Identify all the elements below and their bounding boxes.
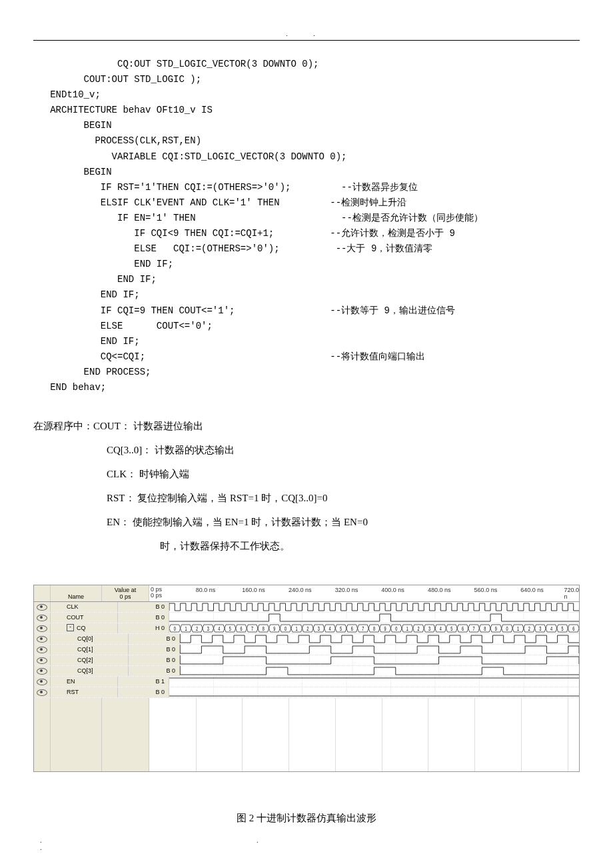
- waveform-row-CQ: -CQH 00123456789012345678901234567890123…: [34, 623, 579, 634]
- row-eye-icon[interactable]: [34, 687, 51, 697]
- ruler-tick: 560.0 ns: [474, 587, 498, 593]
- desc-en: EN： 使能控制输入端，当 EN=1 时，计数器计数；当 EN=0: [107, 510, 368, 534]
- svg-text:1: 1: [517, 625, 519, 633]
- ruler-tick: 240.0 ns: [289, 587, 312, 593]
- waveform-row-CQ[0]: CQ[0]B 0: [34, 634, 579, 645]
- svg-text:0: 0: [395, 625, 397, 633]
- signal-timeline: [169, 602, 579, 612]
- signal-name[interactable]: EN: [51, 677, 118, 687]
- ruler-tick: 640.0 ns: [520, 587, 544, 593]
- svg-text:0: 0: [174, 625, 176, 633]
- signal-name[interactable]: RST: [51, 687, 118, 697]
- row-eye-icon[interactable]: [34, 602, 51, 612]
- svg-text:2: 2: [417, 625, 419, 633]
- signal-value: B 0: [129, 655, 180, 665]
- signal-timeline: [180, 645, 579, 655]
- signal-timeline: [169, 613, 579, 623]
- svg-text:3: 3: [318, 625, 320, 633]
- signal-timeline: [169, 687, 579, 697]
- ruler-tick: 160.0 ns: [242, 587, 265, 593]
- svg-text:1: 1: [296, 625, 298, 633]
- signal-name[interactable]: CQ[1]: [51, 645, 129, 655]
- svg-text:6: 6: [572, 625, 574, 633]
- row-eye-icon[interactable]: [34, 655, 51, 665]
- svg-text:2: 2: [528, 625, 530, 633]
- svg-text:4: 4: [328, 625, 330, 633]
- svg-text:4: 4: [218, 625, 220, 633]
- waveform-rows: CLKB 0COUTB 0-CQH 0012345678901234567890…: [34, 602, 579, 698]
- waveform-header: Name Value at 0 ps 0 ps 0 ps 80.0 ns 160…: [34, 585, 579, 602]
- svg-text:0: 0: [506, 625, 508, 633]
- figure-caption: 图 2 十进制计数器仿真输出波形: [33, 812, 580, 825]
- desc-en2: 时，计数器保持不工作状态。: [160, 534, 290, 558]
- svg-text:8: 8: [484, 625, 486, 633]
- top-dots: . .: [286, 30, 327, 37]
- signal-name[interactable]: -CQ: [51, 623, 118, 633]
- svg-text:3: 3: [428, 625, 430, 633]
- signal-timeline: [169, 677, 579, 687]
- svg-text:0: 0: [285, 625, 287, 633]
- svg-text:1: 1: [406, 625, 408, 633]
- svg-text:5: 5: [450, 625, 452, 633]
- signal-name[interactable]: CQ[3]: [51, 666, 129, 676]
- header-value-col: Value at 0 ps: [102, 585, 149, 601]
- svg-text:1: 1: [185, 625, 187, 633]
- waveform-row-CQ[3]: CQ[3]B 0: [34, 666, 579, 677]
- svg-text:8: 8: [263, 625, 265, 633]
- signal-name[interactable]: CLK: [51, 602, 118, 612]
- svg-text:6: 6: [241, 625, 243, 633]
- signal-value: B 0: [129, 634, 180, 644]
- signal-timeline: 0123456789012345678901234567890123456: [169, 623, 579, 633]
- waveform-row-COUT: COUTB 0: [34, 613, 579, 623]
- signal-value: B 0: [129, 645, 180, 655]
- svg-text:3: 3: [207, 625, 209, 633]
- waveform-row-EN: ENB 1: [34, 677, 579, 687]
- row-eye-icon[interactable]: [34, 623, 51, 633]
- signal-description: 在源程序中：COUT： 计数器进位输出 CQ[3..0]： 计数器的状态输出 C…: [33, 414, 580, 558]
- signal-name[interactable]: CQ[0]: [51, 634, 129, 644]
- signal-value: B 0: [118, 687, 169, 697]
- waveform-row-CQ[1]: CQ[1]B 0: [34, 645, 579, 655]
- signal-name[interactable]: COUT: [51, 613, 118, 623]
- svg-text:3: 3: [539, 625, 541, 633]
- svg-text:5: 5: [229, 625, 231, 633]
- svg-text:9: 9: [273, 625, 275, 633]
- ruler-zero: 0 ps 0 ps: [151, 587, 162, 599]
- waveform-row-CQ[2]: CQ[2]B 0: [34, 655, 579, 666]
- signal-name[interactable]: CQ[2]: [51, 655, 129, 665]
- ruler-tick: 320.0 ns: [335, 587, 358, 593]
- collapse-icon[interactable]: -: [67, 624, 74, 631]
- signal-value: H 0: [118, 623, 169, 633]
- waveform-row-CLK: CLKB 0: [34, 602, 579, 613]
- svg-text:2: 2: [196, 625, 198, 633]
- vhdl-code-block: CQ:OUT STD_LOGIC_VECTOR(3 DOWNTO 0); COU…: [33, 57, 580, 395]
- row-eye-icon[interactable]: [34, 645, 51, 655]
- waveform-viewer: Name Value at 0 ps 0 ps 0 ps 80.0 ns 160…: [33, 585, 580, 772]
- ruler-tick: 400.0 ns: [381, 587, 404, 593]
- signal-timeline: [180, 655, 579, 665]
- row-eye-icon[interactable]: [34, 666, 51, 676]
- header-icon-col: [34, 585, 51, 601]
- header-name-col: Name: [51, 585, 102, 601]
- waveform-blank-area: [34, 698, 579, 771]
- ruler-tick: 720.0 n: [564, 587, 579, 600]
- signal-timeline: [180, 666, 579, 676]
- row-eye-icon[interactable]: [34, 634, 51, 644]
- desc-clk: CLK： 时钟输入端: [107, 462, 189, 486]
- signal-value: B 0: [118, 613, 169, 623]
- desc-rst: RST： 复位控制输入端，当 RST=1 时，CQ[3..0]=0: [107, 486, 328, 510]
- desc-cq: CQ[3..0]： 计数器的状态输出: [107, 438, 235, 462]
- svg-text:7: 7: [473, 625, 475, 633]
- row-eye-icon[interactable]: [34, 677, 51, 687]
- footer-dots: . . .: [33, 837, 580, 851]
- page-top-rule: . .: [33, 40, 580, 41]
- svg-text:6: 6: [351, 625, 353, 633]
- waveform-row-RST: RSTB 0: [34, 687, 579, 698]
- row-eye-icon[interactable]: [34, 613, 51, 623]
- signal-value: B 0: [129, 666, 180, 676]
- header-ruler: 0 ps 0 ps 80.0 ns 160.0 ns 240.0 ns 320.…: [149, 585, 579, 601]
- svg-text:7: 7: [251, 625, 253, 633]
- svg-text:8: 8: [373, 625, 375, 633]
- svg-text:7: 7: [362, 625, 364, 633]
- svg-text:5: 5: [340, 625, 342, 633]
